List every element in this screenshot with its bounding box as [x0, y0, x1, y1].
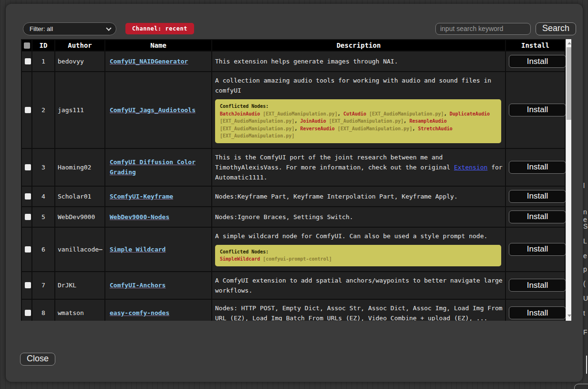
conflict-node-file: [EXT_AudioManipulation.py]	[326, 118, 404, 124]
install-button[interactable]: Install	[509, 210, 566, 223]
conflicted-nodes-box: Conflicted Nodes:BatchJoinAudio [EXT_Aud…	[215, 99, 501, 143]
background-text-fragment: L	[583, 237, 587, 245]
extensions-table: ID Author Name Description Install 1bedo…	[21, 39, 566, 321]
extension-name-cell: ComfyUI Diffusion Color Grading	[105, 148, 212, 186]
install-button[interactable]: Install	[509, 306, 566, 319]
table-row: 6vanillacode⋯Simple WildcardA simple wil…	[21, 227, 565, 272]
extension-id: 6	[32, 227, 55, 272]
install-button[interactable]: Install	[509, 55, 566, 68]
background-text-fragment: F	[583, 328, 588, 336]
install-cell: Install	[505, 207, 565, 227]
row-checkbox[interactable]	[25, 310, 31, 316]
background-text-fragment: e	[583, 252, 587, 260]
channel-badge: Channel: recent	[125, 23, 194, 34]
background-partial-button	[574, 384, 588, 389]
extension-id: 3	[32, 148, 55, 186]
extension-author: WebDev9000	[55, 207, 105, 227]
conflict-node-file: [EXT_AudioManipulation.py]	[220, 133, 295, 138]
install-button[interactable]: Install	[509, 104, 566, 116]
extension-author: Scholar01	[55, 186, 105, 207]
install-button[interactable]: Install	[509, 243, 566, 256]
row-checkbox-cell	[21, 272, 32, 299]
conflict-node-name: DuplicateAudio	[450, 111, 490, 116]
background-text-fragment: S	[583, 222, 588, 230]
install-cell: Install	[505, 148, 565, 186]
extension-name-cell: ComfyUI_Jags_Audiotools	[105, 72, 212, 148]
row-checkbox[interactable]	[25, 282, 31, 288]
header-name: Name	[105, 40, 212, 51]
scrollbar-thumb[interactable]	[567, 47, 571, 120]
extension-link[interactable]: ComfyUI-Anchors	[110, 282, 165, 289]
extension-link[interactable]: easy-comfy-nodes	[110, 309, 169, 316]
description-link[interactable]: Extension	[454, 164, 487, 171]
conflict-node-file: [comfyui-prompt-control]	[260, 256, 332, 262]
table-row: 2jags111ComfyUI_Jags_AudiotoolsA collect…	[21, 72, 565, 148]
extension-description: This extension helps generate images thr…	[212, 51, 505, 72]
select-all-checkbox[interactable]	[24, 42, 30, 49]
install-button[interactable]: Install	[509, 161, 566, 174]
extension-name-cell: Simple Wildcard	[105, 227, 212, 272]
table-row: 3Haoming02ComfyUI Diffusion Color Gradin…	[21, 148, 565, 186]
row-checkbox-cell	[21, 148, 32, 186]
table-scrollbar[interactable]	[566, 39, 571, 321]
search-input[interactable]	[435, 23, 531, 35]
extension-link[interactable]: Simple Wildcard	[110, 246, 165, 253]
extension-link[interactable]: ComfyUI Diffusion Color Grading	[110, 158, 196, 176]
close-button[interactable]: Close	[20, 353, 55, 366]
extension-author: DrJKL	[55, 272, 105, 299]
row-checkbox-cell	[21, 72, 32, 148]
extension-link[interactable]: ComfyUI_Jags_Audiotools	[110, 106, 196, 114]
scroll-up-icon[interactable]	[567, 42, 571, 44]
toolbar: Filter: all Channel: recent Search	[23, 21, 576, 36]
custom-node-manager-dialog: Filter: all Channel: recent Search ID Au…	[6, 4, 583, 382]
extension-id: 5	[32, 207, 55, 227]
extension-name-cell: SComfyUI-Keyframe	[105, 186, 212, 207]
header-install: Install	[505, 40, 565, 51]
extension-link[interactable]: SComfyUI-Keyframe	[110, 193, 173, 200]
background-text-fragment: t	[583, 309, 585, 317]
header-description: Description	[212, 40, 505, 51]
row-checkbox[interactable]	[25, 246, 31, 252]
row-checkbox-cell	[21, 51, 32, 72]
row-checkbox[interactable]	[25, 193, 31, 200]
search-button[interactable]: Search	[536, 22, 576, 35]
conflict-node-file: [EXT_AudioManipulation.py]	[366, 111, 444, 116]
background-text-fragment: l	[583, 182, 585, 189]
extensions-table-wrap: ID Author Name Description Install 1bedo…	[21, 39, 571, 321]
install-cell: Install	[505, 227, 565, 272]
install-button[interactable]: Install	[509, 279, 566, 292]
extension-id: 1	[32, 51, 55, 72]
row-checkbox[interactable]	[25, 164, 31, 170]
background-text-fragment: p	[583, 265, 587, 273]
background-text-fragment: n	[583, 208, 587, 216]
row-checkbox-cell	[21, 207, 32, 227]
background-edge-tick	[586, 356, 587, 374]
table-row: 4Scholar01SComfyUI-KeyframeNodes:Keyfram…	[21, 186, 565, 207]
conflicted-nodes-title: Conflicted Nodes:	[220, 103, 496, 110]
install-button[interactable]: Install	[509, 190, 566, 203]
conflict-node-name: CutAudio	[343, 111, 366, 116]
extension-name-cell: easy-comfy-nodes	[105, 299, 212, 321]
conflict-node-name: ResampleAudio	[409, 118, 446, 124]
background-text-fragment: (	[583, 280, 586, 287]
conflict-node-name: SimpleWildcard	[220, 256, 260, 262]
extension-name-cell: WebDev9000-Nodes	[105, 207, 212, 227]
table-header-row: ID Author Name Description Install	[21, 40, 565, 51]
conflicted-nodes-title: Conflicted Nodes:	[220, 248, 496, 256]
background-text-fragment: U	[583, 294, 588, 302]
conflict-node-file: [EXT_AudioManipulation.py]	[335, 126, 413, 131]
scroll-down-icon[interactable]	[567, 315, 571, 317]
extension-name-cell: ComfyUI_NAIDGenerator	[105, 51, 212, 72]
row-checkbox[interactable]	[25, 58, 31, 64]
row-checkbox[interactable]	[25, 214, 31, 220]
header-checkbox-cell	[21, 40, 32, 51]
table-row: 8wmatsoneasy-comfy-nodesNodes: HTTP POST…	[21, 299, 565, 321]
extensions-table-body: 1bedovyyComfyUI_NAIDGeneratorThis extens…	[21, 51, 565, 321]
row-checkbox-cell	[21, 299, 32, 321]
extension-author: jags111	[55, 72, 105, 148]
extension-link[interactable]: WebDev9000-Nodes	[110, 213, 169, 221]
row-checkbox[interactable]	[25, 107, 31, 113]
filter-select[interactable]: Filter: all	[23, 22, 116, 35]
extension-link[interactable]: ComfyUI_NAIDGenerator	[110, 58, 188, 65]
extension-author: Haoming02	[55, 148, 105, 186]
